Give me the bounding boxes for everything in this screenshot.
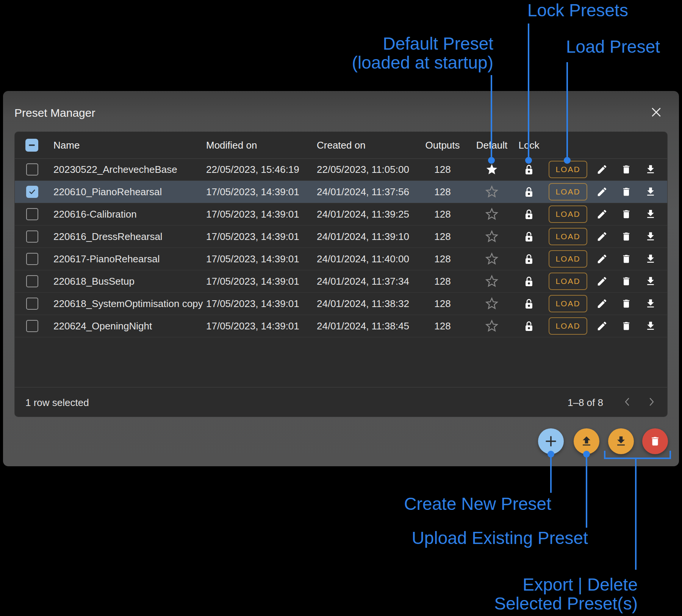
delete-trash-icon[interactable]: [618, 276, 635, 287]
delete-preset-button[interactable]: [642, 428, 668, 454]
close-icon[interactable]: [651, 107, 662, 118]
table-row[interactable]: 220616-Calibration 17/05/2023, 14:39:01 …: [15, 203, 667, 226]
edit-pencil-icon[interactable]: [594, 276, 610, 287]
annotation-default-preset-line1: Default Preset: [352, 34, 493, 53]
download-icon[interactable]: [642, 276, 659, 287]
preset-name: 220616_DressRehearsal: [53, 231, 163, 243]
edit-pencil-icon[interactable]: [594, 164, 610, 175]
preset-name: 20230522_ArchevecheBase: [53, 164, 177, 176]
preset-name: 220618_SystemOptimisation copy: [53, 298, 203, 310]
default-star-icon[interactable]: [475, 185, 509, 198]
table-row[interactable]: 220624_OpeningNight 17/05/2023, 14:39:01…: [15, 315, 667, 337]
delete-trash-icon[interactable]: [618, 186, 635, 197]
outputs-value: 128: [424, 298, 461, 310]
download-icon[interactable]: [642, 298, 659, 309]
row-checkbox[interactable]: [26, 253, 38, 265]
outputs-value: 128: [424, 164, 461, 176]
upload-preset-button[interactable]: [574, 428, 599, 454]
lock-open-icon[interactable]: [512, 320, 546, 332]
modified-on-value: 17/05/2023, 14:39:01: [206, 298, 299, 310]
column-header-created[interactable]: Created on: [317, 140, 366, 151]
outputs-value: 128: [424, 253, 461, 265]
default-star-icon[interactable]: [475, 320, 509, 332]
download-icon[interactable]: [642, 208, 659, 220]
lock-open-icon[interactable]: [512, 164, 546, 176]
created-on-value: 24/01/2024, 11:38:32: [317, 298, 409, 310]
column-header-outputs[interactable]: Outputs: [424, 140, 461, 151]
delete-trash-icon[interactable]: [618, 208, 635, 220]
lock-open-icon[interactable]: [512, 253, 546, 265]
select-all-checkbox[interactable]: [25, 139, 38, 152]
chevron-left-icon[interactable]: [624, 397, 630, 408]
chevron-right-icon[interactable]: [649, 397, 655, 408]
table-body: 20230522_ArchevecheBase 22/05/2023, 15:4…: [15, 158, 667, 337]
edit-pencil-icon[interactable]: [594, 298, 610, 309]
delete-trash-icon[interactable]: [618, 253, 635, 265]
table-row[interactable]: 220618_SystemOptimisation copy 17/05/202…: [15, 293, 667, 315]
row-checkbox[interactable]: [26, 208, 38, 220]
preset-name: 220617-PianoRehearsal: [53, 253, 160, 265]
row-checkbox[interactable]: [26, 230, 38, 243]
annotation-dot-create: [547, 451, 554, 458]
default-star-icon[interactable]: [475, 208, 509, 221]
table-row[interactable]: 220618_BusSetup 17/05/2023, 14:39:01 24/…: [15, 270, 667, 293]
download-icon[interactable]: [642, 186, 659, 197]
load-button[interactable]: LOAD: [549, 295, 587, 312]
created-on-value: 24/01/2024, 11:38:45: [317, 320, 409, 332]
table-row[interactable]: 220617-PianoRehearsal 17/05/2023, 14:39:…: [15, 248, 667, 270]
default-star-icon[interactable]: [475, 252, 509, 265]
modified-on-value: 17/05/2023, 14:39:01: [206, 320, 299, 332]
row-checkbox[interactable]: [26, 298, 38, 310]
lock-open-icon[interactable]: [512, 208, 546, 220]
checkmark-icon: [28, 188, 36, 196]
row-checkbox[interactable]: [26, 320, 38, 332]
lock-open-icon[interactable]: [512, 231, 546, 243]
annotation-default-preset-line2: (loaded at startup): [352, 53, 493, 72]
delete-trash-icon[interactable]: [618, 298, 635, 309]
default-star-icon[interactable]: [475, 297, 509, 310]
column-header-name[interactable]: Name: [53, 140, 80, 151]
load-button[interactable]: LOAD: [549, 183, 587, 201]
create-new-preset-button[interactable]: [538, 428, 564, 454]
edit-pencil-icon[interactable]: [594, 253, 610, 265]
download-icon[interactable]: [642, 253, 659, 265]
load-button[interactable]: LOAD: [549, 317, 587, 335]
load-button[interactable]: LOAD: [549, 205, 587, 223]
download-icon[interactable]: [642, 320, 659, 332]
download-icon[interactable]: [642, 164, 659, 175]
load-button[interactable]: LOAD: [549, 273, 587, 290]
edit-pencil-icon[interactable]: [594, 231, 610, 242]
delete-trash-icon[interactable]: [618, 164, 635, 175]
download-icon[interactable]: [642, 231, 659, 242]
lock-open-icon[interactable]: [512, 276, 546, 287]
row-checkbox[interactable]: [26, 186, 38, 198]
delete-trash-icon[interactable]: [618, 320, 635, 332]
preset-table: Name Modified on Created on Outputs Defa…: [14, 132, 668, 417]
lock-open-icon[interactable]: [512, 298, 546, 310]
default-star-icon[interactable]: [475, 275, 509, 288]
rows-selected-status: 1 row selected: [25, 397, 89, 408]
load-button[interactable]: LOAD: [549, 228, 587, 245]
annotation-bracket-bottom: [604, 458, 671, 459]
row-checkbox[interactable]: [26, 275, 38, 287]
screenshot-root: Lock Presets Default Preset (loaded at s…: [0, 0, 682, 616]
edit-pencil-icon[interactable]: [594, 186, 610, 197]
load-button[interactable]: LOAD: [549, 250, 587, 268]
export-preset-button[interactable]: [608, 428, 634, 454]
default-star-icon[interactable]: [475, 163, 509, 176]
default-star-icon[interactable]: [475, 230, 509, 243]
edit-pencil-icon[interactable]: [594, 320, 610, 332]
annotation-default-preset: Default Preset (loaded at startup): [352, 34, 493, 72]
modified-on-value: 17/05/2023, 14:39:01: [206, 253, 299, 265]
table-footer: 1 row selected 1–8 of 8: [15, 387, 667, 417]
table-row[interactable]: 220616_DressRehearsal 17/05/2023, 14:39:…: [15, 226, 667, 248]
row-checkbox[interactable]: [26, 163, 38, 176]
table-row[interactable]: 220610_PianoRehearsal 17/05/2023, 14:39:…: [15, 181, 667, 203]
column-header-modified[interactable]: Modified on: [206, 140, 257, 151]
annotation-line-create: [550, 454, 552, 493]
lock-open-icon[interactable]: [512, 186, 546, 198]
delete-trash-icon[interactable]: [618, 231, 635, 242]
modified-on-value: 17/05/2023, 14:39:01: [206, 208, 299, 220]
edit-pencil-icon[interactable]: [594, 208, 610, 220]
outputs-value: 128: [424, 276, 461, 287]
